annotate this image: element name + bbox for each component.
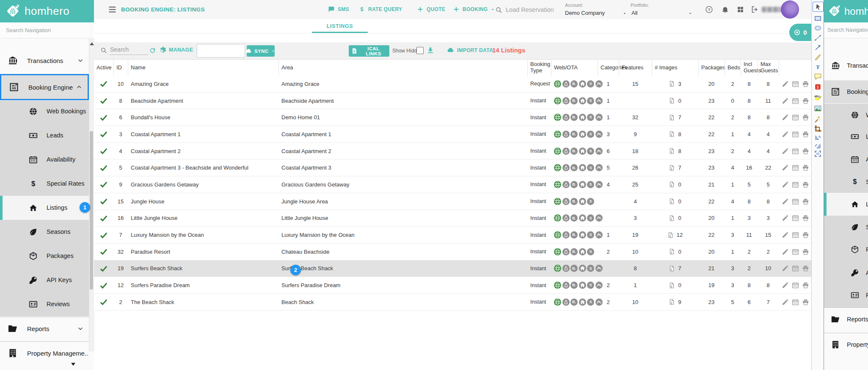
- sidebar-item-api-keys[interactable]: API Keys: [0, 271, 89, 289]
- sidebar-search-input[interactable]: [5, 27, 87, 34]
- tab-listings[interactable]: LISTINGS: [312, 23, 368, 29]
- sign-out-icon[interactable]: [751, 5, 759, 14]
- edit-pencil-icon[interactable]: [782, 214, 789, 222]
- print-icon[interactable]: [802, 248, 809, 255]
- edit-pencil-icon[interactable]: [782, 97, 789, 104]
- chevron-down-icon[interactable]: [688, 11, 693, 16]
- account-select[interactable]: Demo Company: [565, 10, 605, 16]
- rectangle-tool[interactable]: [813, 14, 823, 23]
- panel-item-packages[interactable]: Packages: [824, 240, 868, 259]
- availability-calendar-icon[interactable]: [792, 214, 799, 222]
- sync-button[interactable]: SYNC: [247, 45, 275, 57]
- table-row-listing-4[interactable]: 4Coastal Apartment 2Coastal Apartment 2I…: [94, 143, 811, 160]
- panel-item-api-keys[interactable]: API Keys: [824, 263, 868, 282]
- edit-pencil-icon[interactable]: [782, 80, 789, 88]
- print-icon[interactable]: [802, 198, 809, 205]
- chevron-down-icon[interactable]: [622, 11, 627, 16]
- availability-calendar-icon[interactable]: [792, 231, 799, 238]
- cursor-tool[interactable]: [813, 2, 824, 12]
- portfolio-select[interactable]: All: [631, 10, 637, 16]
- obfuscate-tool[interactable]: [813, 114, 823, 123]
- quote-button[interactable]: QUOTE: [417, 6, 445, 13]
- availability-calendar-icon[interactable]: [792, 181, 799, 188]
- speech-bubble-tool[interactable]: [813, 72, 823, 81]
- panel-item-reports[interactable]: Reports: [824, 310, 868, 329]
- rotate-cw-tool[interactable]: [813, 133, 823, 142]
- edit-pencil-icon[interactable]: [782, 114, 789, 121]
- table-row-listing-2[interactable]: 2The Beach ShackBeach ShackInstantB.S210…: [94, 294, 811, 311]
- help-icon[interactable]: ?: [705, 5, 713, 14]
- listings-search-input[interactable]: [109, 46, 148, 55]
- counter-tool[interactable]: 1: [813, 82, 823, 91]
- edit-pencil-icon[interactable]: [782, 131, 789, 138]
- load-reservation-input[interactable]: [505, 6, 559, 14]
- print-icon[interactable]: [802, 80, 809, 88]
- sidebar-item-reviews[interactable]: Reviews: [0, 295, 89, 313]
- sidebar-item-listings[interactable]: Listings: [0, 196, 89, 220]
- sidebar-item-property-manageme-[interactable]: Property Manageme...: [0, 344, 89, 362]
- rate-query-button[interactable]: $RATE QUERY: [358, 6, 402, 13]
- resize-canvas-tool[interactable]: [813, 149, 823, 158]
- image-tool[interactable]: [813, 104, 823, 113]
- crop-tool[interactable]: [813, 124, 823, 133]
- edit-pencil-icon[interactable]: [782, 231, 789, 238]
- print-icon[interactable]: [802, 164, 809, 171]
- highlight-tool[interactable]: abc: [813, 93, 823, 102]
- sidebar-scroll-down-icon[interactable]: [71, 363, 75, 366]
- availability-calendar-icon[interactable]: [792, 97, 799, 104]
- show-hidden-checkbox[interactable]: [416, 47, 424, 54]
- table-row-listing-3[interactable]: 3Coastal Apartment 1Coastal Apartment 1I…: [94, 126, 811, 143]
- sms-button[interactable]: SMS: [328, 6, 349, 13]
- apps-grid-icon[interactable]: [736, 5, 744, 14]
- availability-calendar-icon[interactable]: [792, 299, 799, 306]
- table-row-listing-10[interactable]: 10Amazing GraceAmazing GraceRequestB.S11…: [94, 76, 811, 93]
- text-tool[interactable]: T: [813, 62, 823, 71]
- arrow-tool[interactable]: [813, 43, 823, 52]
- sidebar-item-availability[interactable]: Availability: [0, 150, 89, 169]
- print-icon[interactable]: [802, 282, 809, 289]
- import-data-button[interactable]: IMPORT DATA: [447, 47, 493, 54]
- sidebar-item-seasons[interactable]: Seasons: [0, 222, 89, 241]
- freehand-tool[interactable]: [813, 52, 823, 62]
- edit-pencil-icon[interactable]: [782, 248, 789, 255]
- availability-calendar-icon[interactable]: [792, 265, 799, 272]
- notifications-counter-pill[interactable]: 0: [789, 24, 811, 41]
- edit-pencil-icon[interactable]: [782, 282, 789, 289]
- sidebar-scrollbar-thumb[interactable]: [90, 131, 93, 290]
- avatar[interactable]: [781, 0, 799, 19]
- table-row-listing-5[interactable]: 5Coastal Apartment 3 - Beachside and Won…: [94, 159, 811, 176]
- table-row-listing-15[interactable]: 15Jungle HouseJungle House AreaInstantB.…: [94, 193, 811, 210]
- print-icon[interactable]: [802, 131, 809, 138]
- edit-pencil-icon[interactable]: [782, 265, 789, 272]
- availability-calendar-icon[interactable]: [792, 198, 799, 205]
- panel-item-seasons[interactable]: Seasons: [824, 218, 868, 236]
- availability-calendar-icon[interactable]: [792, 80, 799, 88]
- hamburger-menu-icon[interactable]: [108, 5, 117, 14]
- download-icon[interactable]: [427, 47, 434, 54]
- panel-item-listings[interactable]: Listings: [824, 193, 868, 216]
- print-icon[interactable]: [802, 181, 809, 188]
- panel-item-reviews[interactable]: Reviews: [824, 286, 868, 304]
- edit-pencil-icon[interactable]: [782, 299, 789, 306]
- panel-item-special-rates[interactable]: $Special Rates: [824, 173, 868, 191]
- sidebar-item-packages[interactable]: Packages: [0, 247, 89, 265]
- sidebar-item-booking-engine[interactable]: Booking Engine: [0, 74, 89, 100]
- panel-item-web-bookings[interactable]: Web Bookings: [824, 106, 868, 124]
- sidebar-item-leads[interactable]: Leads: [0, 126, 89, 145]
- booking-button[interactable]: BOOKING: [453, 6, 496, 13]
- sidebar-item-transactions[interactable]: Transactions: [0, 51, 89, 70]
- panel-item-leads[interactable]: Leads: [824, 127, 868, 146]
- print-icon[interactable]: [802, 97, 809, 104]
- table-row-listing-16[interactable]: 16Little Jungle HouseLittle Jungle House…: [94, 210, 811, 227]
- panel-item-property-manageme-[interactable]: Property Manageme...: [824, 335, 868, 354]
- sidebar-item-web-bookings[interactable]: Web Bookings: [0, 102, 89, 121]
- availability-calendar-icon[interactable]: [792, 148, 799, 155]
- ellipse-tool[interactable]: [813, 23, 823, 33]
- print-icon[interactable]: [802, 148, 809, 155]
- table-row-listing-12[interactable]: 12Surfers Paradise DreamSurfers Paradise…: [94, 277, 811, 294]
- table-row-listing-32[interactable]: 32Paradise ResortChateau BeachsideInstan…: [94, 244, 811, 260]
- sidebar-item-special-rates[interactable]: $Special Rates: [0, 174, 89, 193]
- scroll-up-icon[interactable]: [90, 42, 94, 45]
- print-icon[interactable]: [802, 265, 809, 272]
- table-row-listing-6[interactable]: 6Bundall's HouseDemo Home 01InstantB.S13…: [94, 109, 811, 126]
